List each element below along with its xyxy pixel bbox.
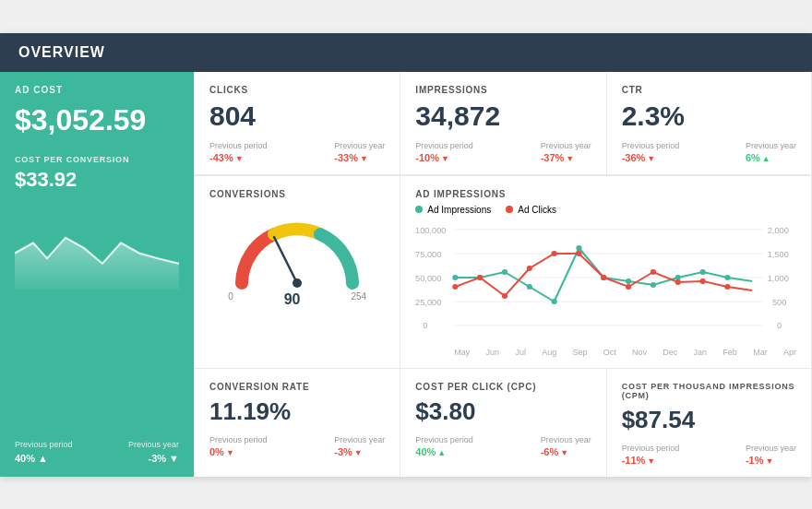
svg-point-1 [293,278,302,288]
impressions-footer: Previous period -10% Previous year -37% [415,141,591,163]
ctr-prev-year: Previous year 6% [746,141,796,163]
impressions-prev-period-val: -10% [415,152,473,163]
impressions-prev-year-val: -37% [541,152,591,163]
svg-point-31 [502,293,508,299]
impressions-prev-year: Previous year -37% [541,141,591,163]
cpc-footer: Previous period 40% Previous year -6% [415,435,591,457]
svg-point-38 [675,279,681,285]
clicks-value: 804 [209,101,385,132]
clicks-prev-period: Previous period -43% [209,141,268,163]
cpc-card: COST PER CLICK (CPC) $3.80 Previous peri… [400,369,605,477]
ctr-prev-year-val: 6% [746,152,796,163]
clicks-card: CLICKS 804 Previous period -43% Previous… [194,72,400,175]
svg-point-27 [700,269,706,275]
cpc-value: $3.80 [415,397,591,426]
ctr-prev-period-val: -36% [622,152,680,163]
bottom-stats-row: CONVERSION RATE 11.19% Previous period 0… [194,369,812,477]
svg-point-24 [626,278,631,284]
prev-period-label: Previous period [15,440,73,449]
clicks-footer: Previous period -43% Previous year -33% [209,141,385,163]
svg-point-20 [527,284,532,290]
svg-point-25 [651,282,656,288]
cost-per-conversion-value: $33.92 [15,168,179,192]
cpm-title: COST PER THOUSAND IMPRESSIONS (CPM) [622,382,796,400]
svg-point-35 [602,275,607,280]
clicks-dot [506,206,513,213]
svg-line-0 [274,237,297,283]
svg-point-36 [626,284,631,290]
cost-per-conversion-label: COST PER CONVERSION [15,155,179,164]
svg-text:75,000: 75,000 [415,250,441,259]
svg-point-19 [502,269,508,275]
svg-point-39 [700,278,706,284]
ad-cost-prev-year-val: -3% ▼ [148,453,179,464]
mini-chart-labels: Previous period Previous year [15,440,179,449]
svg-point-33 [552,251,557,256]
svg-point-32 [527,266,532,271]
cpm-card: COST PER THOUSAND IMPRESSIONS (CPM) $87.… [606,369,812,477]
header: OVERVIEW [0,33,812,72]
header-title: OVERVIEW [18,44,105,60]
gauge-max: 254 [351,291,366,308]
ctr-footer: Previous period -36% Previous year 6% [622,141,796,163]
svg-point-30 [477,275,483,280]
svg-point-28 [725,275,731,280]
svg-point-21 [552,299,557,304]
svg-text:25,000: 25,000 [415,298,441,307]
svg-text:500: 500 [772,298,786,307]
prev-year-label: Previous year [128,440,179,449]
cpm-value: $87.54 [622,406,796,434]
x-axis-labels: May Jun Jul Aug Sep Oct Nov Dec Jan Feb … [415,348,796,357]
impressions-card: IMPRESSIONS 34,872 Previous period -10% … [400,72,605,175]
line-chart-svg: 100,000 75,000 50,000 25,000 0 2,000 1,5… [415,222,796,342]
ad-cost-value: $3,052.59 [15,104,179,136]
chart-legend: Ad Impressions Ad Clicks [415,205,796,215]
clicks-prev-period-val: -43% [209,152,268,163]
dashboard: OVERVIEW AD COST $3,052.59 COST PER CONV… [0,33,812,477]
svg-point-22 [577,245,582,251]
legend-clicks: Ad Clicks [506,205,556,215]
ad-impressions-title: AD IMPRESSIONS [415,189,796,199]
svg-point-40 [725,284,731,290]
ctr-prev-period: Previous period -36% [622,141,680,163]
conversion-rate-footer: Previous period 0% Previous year -3% [209,435,385,457]
impressions-prev-period: Previous period -10% [415,141,473,163]
svg-text:1,000: 1,000 [768,274,789,283]
svg-point-29 [453,284,459,290]
svg-text:1,500: 1,500 [768,250,789,259]
ctr-card: CTR 2.3% Previous period -36% Previous y… [606,72,812,175]
ctr-value: 2.3% [622,101,796,132]
svg-text:0: 0 [777,321,782,330]
ctr-title: CTR [622,85,796,95]
svg-text:100,000: 100,000 [415,226,447,235]
clicks-prev-year-val: -33% [334,152,385,163]
svg-point-37 [651,269,656,275]
impressions-value: 34,872 [415,101,591,132]
ad-cost-panel: AD COST $3,052.59 COST PER CONVERSION $3… [0,72,194,477]
clicks-prev-year: Previous year -33% [334,141,385,163]
conversion-rate-card: CONVERSION RATE 11.19% Previous period 0… [194,369,400,477]
cpm-footer: Previous period -11% Previous year -1% [622,444,796,466]
svg-text:0: 0 [424,321,428,330]
ad-cost-label: AD COST [15,85,179,95]
svg-point-34 [577,251,582,256]
ad-impressions-panel: AD IMPRESSIONS Ad Impressions Ad Clicks [400,176,812,369]
change-row: 40% ▲ -3% ▼ [15,453,179,464]
conversions-title: CONVERSIONS [209,189,385,199]
gauge-wrapper: 0 90 254 [209,205,385,308]
gauge-val: 90 [284,291,301,308]
impressions-dot [415,206,423,213]
ad-cost-mini-chart [15,207,179,434]
conversions-panel: CONVERSIONS [194,176,400,369]
ad-cost-prev-period-val: 40% ▲ [15,453,48,464]
svg-text:50,000: 50,000 [415,274,441,283]
conversion-rate-value: 11.19% [209,397,385,426]
impressions-title: IMPRESSIONS [415,85,591,95]
cpc-title: COST PER CLICK (CPC) [415,382,591,392]
legend-impressions: Ad Impressions [415,205,491,215]
gauge-svg [223,205,371,297]
gauge-axis-labels: 0 90 254 [228,291,366,308]
conversion-rate-title: CONVERSION RATE [209,382,385,392]
gauge-min: 0 [228,291,233,308]
svg-point-17 [453,275,459,280]
